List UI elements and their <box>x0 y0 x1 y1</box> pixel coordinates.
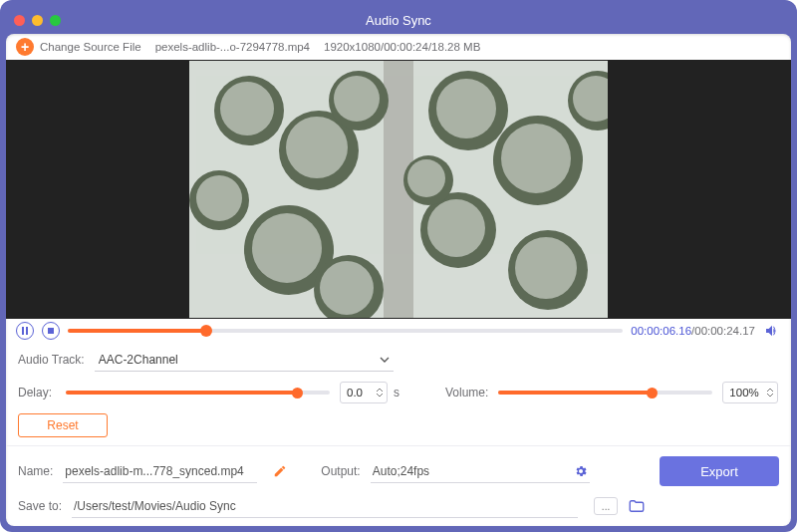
volume-label: Volume: <box>445 386 488 399</box>
output-field[interactable]: Auto;24fps <box>371 459 590 483</box>
window-controls <box>6 15 61 26</box>
delay-value: 0.0 <box>347 387 363 399</box>
delay-label: Delay: <box>18 386 56 399</box>
content-area: + Change Source File pexels-adlib-...o-7… <box>6 34 791 526</box>
video-thumbnail <box>189 61 608 318</box>
export-button[interactable]: Export <box>660 456 779 486</box>
time-current: 00:00:06.16 <box>631 325 691 337</box>
maximize-window-button[interactable] <box>50 15 61 26</box>
svg-rect-26 <box>22 327 24 335</box>
chevron-down-icon <box>380 355 390 365</box>
gear-icon[interactable] <box>574 464 588 478</box>
volume-input[interactable]: 100% <box>722 382 778 403</box>
change-source-label: Change Source File <box>40 41 141 53</box>
divider <box>6 445 791 446</box>
pause-button[interactable] <box>16 322 34 340</box>
plus-icon: + <box>16 38 34 56</box>
name-value: pexels-adlib-m...778_synced.mp4 <box>65 464 243 478</box>
svg-point-21 <box>501 124 571 193</box>
stop-button[interactable] <box>42 322 60 340</box>
delay-slider[interactable] <box>66 391 330 395</box>
svg-rect-28 <box>48 328 54 334</box>
volume-stepper[interactable] <box>766 388 774 398</box>
timecode: 00:00:06.16/00:00:24.17 <box>631 325 755 337</box>
reset-button[interactable]: Reset <box>18 413 108 437</box>
delay-slider-fill <box>66 391 298 395</box>
svg-point-23 <box>515 237 577 299</box>
audio-track-label: Audio Track: <box>18 353 85 367</box>
chevron-down-icon <box>766 393 774 398</box>
svg-point-15 <box>286 117 348 178</box>
volume-slider[interactable] <box>498 391 712 395</box>
audio-track-row: Audio Track: AAC-2Channel <box>18 348 779 372</box>
svg-point-16 <box>196 175 242 221</box>
volume-slider-handle[interactable] <box>647 388 658 399</box>
source-filename: pexels-adlib-...o-7294778.mp4 <box>155 41 310 53</box>
app-title: Audio Sync <box>6 13 791 28</box>
svg-rect-27 <box>26 327 28 335</box>
titlebar: Audio Sync <box>6 6 791 34</box>
svg-point-18 <box>334 76 380 122</box>
output-value: Auto;24fps <box>373 464 429 478</box>
close-window-button[interactable] <box>14 15 25 26</box>
open-folder-button[interactable] <box>628 497 646 515</box>
save-actions: ... <box>594 497 646 515</box>
seek-handle[interactable] <box>200 325 212 337</box>
save-row: Save to: /Users/test/Movies/Audio Sync .… <box>18 494 779 518</box>
volume-slider-fill <box>498 391 653 395</box>
name-field[interactable]: pexels-adlib-m...778_synced.mp4 <box>63 459 257 483</box>
svg-point-19 <box>320 261 374 315</box>
svg-point-17 <box>252 213 322 283</box>
output-label: Output: <box>321 464 360 478</box>
name-label: Name: <box>18 464 53 478</box>
svg-point-22 <box>427 199 485 257</box>
svg-point-25 <box>407 159 445 197</box>
app-window: Audio Sync + Change Source File pexels-a… <box>0 0 797 532</box>
volume-value: 100% <box>729 387 758 399</box>
browse-button[interactable]: ... <box>594 497 618 515</box>
reset-row: Reset <box>18 413 779 437</box>
delay-input[interactable]: 0.0 <box>340 382 388 403</box>
name-output-row: Name: pexels-adlib-m...778_synced.mp4 Ou… <box>18 456 779 486</box>
seek-fill <box>68 329 206 333</box>
delay-volume-row: Delay: 0.0 s Volume: 100% <box>18 382 779 403</box>
delay-stepper[interactable] <box>376 388 384 398</box>
time-total: /00:00:24.17 <box>691 325 755 337</box>
audio-track-value: AAC-2Channel <box>99 353 178 367</box>
delay-unit: s <box>394 386 399 399</box>
minimize-window-button[interactable] <box>32 15 43 26</box>
output-rows: Name: pexels-adlib-m...778_synced.mp4 Ou… <box>18 456 779 518</box>
save-field[interactable]: /Users/test/Movies/Audio Sync <box>72 494 578 518</box>
seek-bar[interactable] <box>68 329 623 333</box>
svg-point-14 <box>220 82 274 135</box>
change-source-button[interactable]: + Change Source File <box>16 38 141 56</box>
chevron-down-icon <box>376 393 384 398</box>
source-metadata: 1920x1080/00:00:24/18.28 MB <box>324 41 480 53</box>
save-value: /Users/test/Movies/Audio Sync <box>74 499 236 513</box>
edit-name-button[interactable] <box>273 464 287 478</box>
export-wrap: Export <box>600 456 779 486</box>
source-bar: + Change Source File pexels-adlib-...o-7… <box>6 34 791 60</box>
video-preview <box>6 60 791 319</box>
delay-slider-handle[interactable] <box>292 388 303 399</box>
svg-point-20 <box>436 79 496 138</box>
controls-panel: Audio Track: AAC-2Channel Delay: 0.0 <box>6 344 791 526</box>
save-label: Save to: <box>18 499 62 513</box>
audio-track-select[interactable]: AAC-2Channel <box>95 348 394 372</box>
speaker-icon[interactable] <box>763 322 781 340</box>
playback-bar: 00:00:06.16/00:00:24.17 <box>6 319 791 345</box>
